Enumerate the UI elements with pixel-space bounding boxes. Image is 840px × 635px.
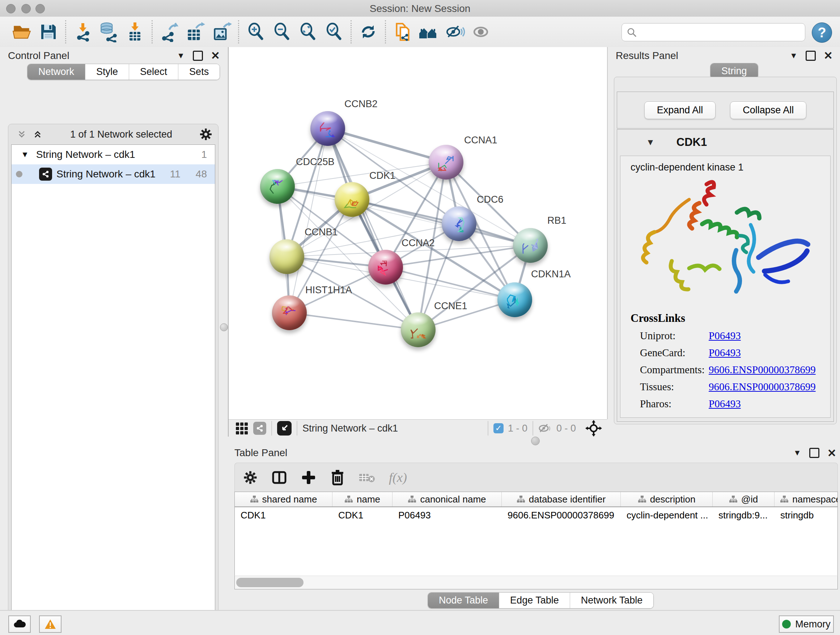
help-button[interactable]: ? <box>812 22 832 43</box>
warning-button[interactable] <box>39 616 62 633</box>
table-panel-float-icon[interactable]: ▼ <box>793 448 801 458</box>
delete-table-icon[interactable] <box>358 471 376 484</box>
table-cell[interactable]: 9606.ENSP00000378699 <box>502 510 621 521</box>
import-network-button[interactable] <box>70 19 96 44</box>
zoom-out-button[interactable] <box>269 19 295 44</box>
node-CCNB2[interactable] <box>310 111 345 146</box>
table-cell[interactable]: stringdb:9... <box>713 510 775 521</box>
network-collection-row[interactable]: ▼ String Network – cdk1 1 <box>11 145 215 165</box>
import-table-button[interactable] <box>122 19 148 44</box>
node-RB1[interactable] <box>513 228 548 263</box>
delete-column-icon[interactable] <box>330 469 346 486</box>
node-CDKN1A[interactable] <box>497 282 532 317</box>
save-session-button[interactable] <box>35 19 62 44</box>
tab-node-table[interactable]: Node Table <box>428 593 499 608</box>
node-CDC25B[interactable] <box>260 169 295 204</box>
expand-all-icon[interactable] <box>32 129 43 140</box>
column-header-canonical-name[interactable]: canonical name <box>393 492 502 507</box>
tab-network-table[interactable]: Network Table <box>570 593 654 608</box>
column-header-database-identifier[interactable]: database identifier <box>502 492 621 507</box>
results-panel-float-icon[interactable]: ▼ <box>790 51 798 60</box>
node-CCNA1[interactable] <box>429 145 463 180</box>
tab-edge-table[interactable]: Edge Table <box>499 593 570 608</box>
expand-all-button[interactable]: Expand All <box>644 101 716 119</box>
selected-checkbox[interactable]: ✓ <box>493 423 504 433</box>
export-image-button[interactable] <box>208 19 234 44</box>
collapse-all-icon[interactable] <box>16 129 27 140</box>
control-panel-float-icon[interactable]: ▼ <box>177 51 185 60</box>
network-row[interactable]: String Network – cdk1 11 48 <box>11 165 215 184</box>
table-cell[interactable]: CDK1 <box>235 510 332 521</box>
import-network-from-database-button[interactable] <box>96 19 122 44</box>
search-field[interactable] <box>622 23 805 41</box>
table-cell[interactable]: cyclin-dependent ... <box>621 510 713 521</box>
column-header--id[interactable]: @id <box>713 492 775 507</box>
birds-eye-icon[interactable] <box>277 421 292 435</box>
table-cell[interactable]: CDK1 <box>332 510 393 521</box>
hide-selected-button[interactable] <box>442 19 468 44</box>
zoom-in-button[interactable] <box>243 19 269 44</box>
results-panel-close-icon[interactable]: ✕ <box>824 49 833 62</box>
node-table[interactable]: shared namenamecanonical namedatabase id… <box>234 492 838 576</box>
horizontal-splitter-knob[interactable] <box>531 437 540 445</box>
column-header-shared-name[interactable]: shared name <box>235 492 332 507</box>
hidden-eye-icon[interactable] <box>538 423 552 434</box>
table-panel-maximize-icon[interactable] <box>809 448 819 458</box>
collection-expand-triangle[interactable]: ▼ <box>21 150 29 159</box>
zoom-fit-button[interactable] <box>295 19 321 44</box>
show-columns-icon[interactable] <box>271 469 287 486</box>
crosslink-link[interactable]: P06493 <box>709 398 741 410</box>
tab-style[interactable]: Style <box>85 64 129 80</box>
network-options-gear-icon[interactable] <box>199 128 212 141</box>
zoom-selected-button[interactable] <box>321 19 347 44</box>
table-horizontal-scrollbar[interactable] <box>234 576 838 589</box>
collapse-all-button[interactable]: Collapse All <box>730 101 806 119</box>
table-settings-gear-icon[interactable] <box>243 470 258 485</box>
column-header-description[interactable]: description <box>621 492 713 507</box>
tab-select[interactable]: Select <box>129 64 178 80</box>
control-panel-maximize-icon[interactable] <box>193 51 203 61</box>
edge-CCNB2-CCNE1[interactable] <box>328 128 418 330</box>
table-panel-close-icon[interactable]: ✕ <box>827 447 836 459</box>
open-session-button[interactable] <box>9 19 35 44</box>
control-panel-close-icon[interactable]: ✕ <box>211 49 220 62</box>
add-column-icon[interactable] <box>301 470 317 486</box>
crosslink-link[interactable]: 9606.ENSP00000378699 <box>709 381 816 393</box>
left-splitter-knob[interactable] <box>220 323 228 331</box>
table-cell[interactable]: stringdb <box>775 510 838 521</box>
gene-collapse-triangle[interactable]: ▼ <box>646 137 655 147</box>
export-table-button[interactable] <box>182 19 208 44</box>
column-header-namespace[interactable]: namespace <box>775 492 838 507</box>
table-cell[interactable]: P06493 <box>393 510 502 521</box>
cloud-button[interactable] <box>8 616 31 633</box>
edge-HIST1H1A-CCNE1[interactable] <box>289 313 418 330</box>
refresh-button[interactable] <box>355 19 381 44</box>
show-selected-button[interactable] <box>468 19 494 44</box>
edge-CDK1-RB1[interactable] <box>352 200 531 245</box>
table-row[interactable]: CDK1CDK1P064939606.ENSP00000378699cyclin… <box>235 507 837 523</box>
string-style-icon[interactable] <box>253 422 266 435</box>
scrollbar-thumb[interactable] <box>236 578 303 587</box>
node-CDC6[interactable] <box>442 206 477 241</box>
apply-function-icon[interactable]: f(x) <box>389 470 407 485</box>
pan-crosshair-icon[interactable] <box>585 420 602 437</box>
node-CCNA2[interactable] <box>368 250 403 285</box>
clone-network-button[interactable] <box>390 19 416 44</box>
crosslink-link[interactable]: P06493 <box>709 347 741 359</box>
node-CCNE1[interactable] <box>401 312 436 347</box>
crosslink-link[interactable]: P06493 <box>709 330 741 342</box>
search-input[interactable] <box>622 23 805 41</box>
node-HIST1H1A[interactable] <box>272 295 307 330</box>
edge-CCNB2-CCNA1[interactable] <box>328 128 446 162</box>
memory-button[interactable]: Memory <box>779 616 834 633</box>
results-panel-maximize-icon[interactable] <box>806 51 816 61</box>
crosslink-link[interactable]: 9606.ENSP00000378699 <box>709 364 816 376</box>
show-all-networks-button[interactable] <box>416 19 442 44</box>
column-header-name[interactable]: name <box>332 492 393 507</box>
network-view[interactable]: CCNB2CCNA1CDC25BCDK1CDC6RB1CCNB1CCNA2CDK… <box>229 47 608 419</box>
node-CDK1[interactable] <box>335 182 369 217</box>
tab-sets[interactable]: Sets <box>178 64 219 80</box>
node-CCNB1[interactable] <box>270 239 304 274</box>
export-network-button[interactable] <box>156 19 182 44</box>
grid-view-icon[interactable] <box>235 421 249 435</box>
